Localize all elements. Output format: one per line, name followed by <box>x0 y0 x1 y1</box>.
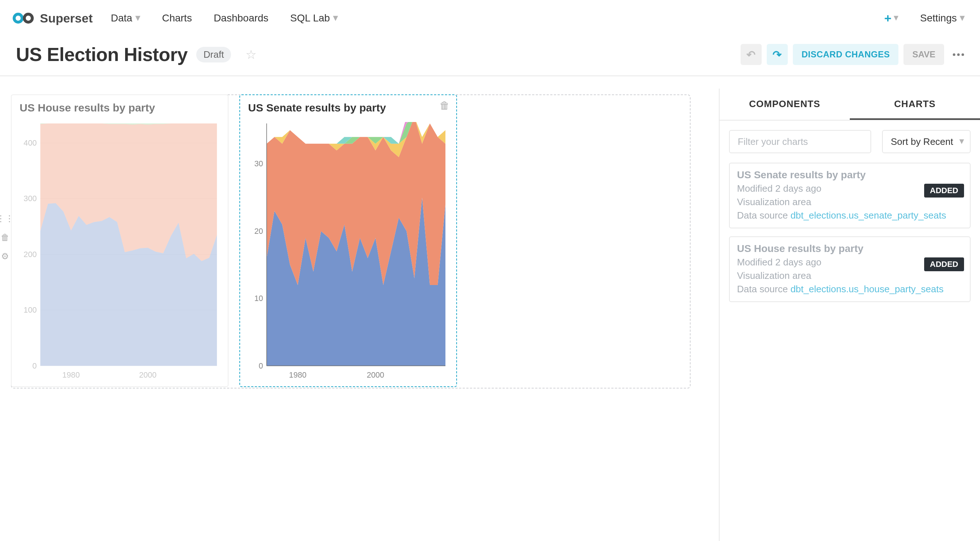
svg-text:200: 200 <box>24 249 37 259</box>
chart-title: US Senate results by party <box>248 102 386 114</box>
nav-sqllab-label: SQL Lab <box>290 12 330 24</box>
chevron-down-icon: ▾ <box>960 12 965 24</box>
svg-text:30: 30 <box>254 159 263 168</box>
gear-icon[interactable]: ⚙ <box>0 251 10 262</box>
builder-panel: COMPONENTS CHARTS Sort by Recent ▾ US Se… <box>719 89 980 541</box>
nav-sqllab[interactable]: SQL Lab ▾ <box>290 12 338 24</box>
svg-text:2000: 2000 <box>139 370 156 380</box>
draft-badge: Draft <box>196 47 231 62</box>
svg-text:2000: 2000 <box>367 370 384 380</box>
chart-list-item[interactable]: US Senate results by party Modified 2 da… <box>729 163 970 228</box>
datasource-link[interactable]: dbt_elections.us_senate_party_seats <box>790 210 946 221</box>
brand[interactable]: Superset <box>12 11 93 26</box>
svg-point-3 <box>16 16 21 21</box>
ds-label: Data source <box>737 210 790 221</box>
svg-text:400: 400 <box>24 138 37 147</box>
nav-charts-label: Charts <box>162 12 192 24</box>
page-title[interactable]: US Election History <box>16 43 188 65</box>
edge-toolbar: ⋮⋮ 🗑 ⚙ <box>0 214 10 262</box>
nav-settings-label: Settings <box>920 12 957 24</box>
nav-right: + ▾ Settings ▾ <box>884 11 965 26</box>
superset-logo-icon <box>12 11 35 26</box>
chevron-down-icon: ▾ <box>333 12 338 24</box>
top-navbar: Superset Data ▾ Charts Dashboards SQL La… <box>0 0 980 36</box>
datasource-link[interactable]: dbt_elections.us_house_party_seats <box>790 284 943 294</box>
nav-charts[interactable]: Charts <box>162 12 192 24</box>
sort-label: Sort by Recent <box>891 136 953 147</box>
header-actions: ↶ ↷ DISCARD CHANGES SAVE <box>741 44 964 65</box>
chart-list: US Senate results by party Modified 2 da… <box>719 163 980 302</box>
nav-dashboards[interactable]: Dashboards <box>214 12 268 24</box>
svg-text:300: 300 <box>24 194 37 203</box>
chart-card-house[interactable]: US House results by party 01002003004001… <box>11 94 229 387</box>
chart-item-title: US House results by party <box>737 243 963 255</box>
dashboard-canvas[interactable]: ⋮⋮ 🗑 ⚙ US House results by party 0100200… <box>0 89 719 541</box>
nav-dashboards-label: Dashboards <box>214 12 268 24</box>
panel-tabs: COMPONENTS CHARTS <box>719 89 980 121</box>
svg-text:1980: 1980 <box>62 370 80 380</box>
trash-icon[interactable]: 🗑 <box>439 99 450 112</box>
nav-menu: Data ▾ Charts Dashboards SQL Lab ▾ <box>111 12 338 24</box>
chart-item-datasource: Data source dbt_elections.us_senate_part… <box>737 210 963 221</box>
new-menu[interactable]: + ▾ <box>884 11 898 26</box>
panel-filter-row: Sort by Recent ▾ <box>719 121 980 163</box>
svg-text:1980: 1980 <box>289 370 307 380</box>
nav-settings[interactable]: Settings ▾ <box>920 12 965 24</box>
plus-icon: + <box>884 11 891 26</box>
tab-charts[interactable]: CHARTS <box>850 98 980 120</box>
discard-changes-button[interactable]: DISCARD CHANGES <box>793 44 899 65</box>
added-badge: ADDED <box>924 257 964 271</box>
svg-text:100: 100 <box>24 305 37 314</box>
chevron-down-icon: ▾ <box>894 12 898 23</box>
main: ⋮⋮ 🗑 ⚙ US House results by party 0100200… <box>0 89 980 541</box>
chart-item-datasource: Data source dbt_elections.us_house_party… <box>737 284 963 295</box>
sort-select[interactable]: Sort by Recent ▾ <box>882 130 970 153</box>
chart-body: 010203019802000 <box>248 122 448 380</box>
ds-label: Data source <box>737 284 790 294</box>
trash-icon[interactable]: 🗑 <box>0 232 10 243</box>
save-button[interactable]: SAVE <box>904 44 944 65</box>
svg-text:0: 0 <box>259 361 263 370</box>
header-separator <box>0 75 980 76</box>
undo-button[interactable]: ↶ <box>741 44 762 65</box>
tab-components[interactable]: COMPONENTS <box>719 98 850 120</box>
chart-filter-input[interactable] <box>729 130 871 153</box>
added-badge: ADDED <box>924 184 964 198</box>
redo-button[interactable]: ↷ <box>767 44 788 65</box>
svg-text:10: 10 <box>254 294 263 303</box>
chart-card-senate[interactable]: US Senate results by party 🗑 01020301980… <box>239 94 457 387</box>
drag-handle-icon[interactable]: ⋮⋮ <box>0 214 10 223</box>
chevron-down-icon: ▾ <box>959 136 964 147</box>
brand-name: Superset <box>40 11 93 26</box>
chevron-down-icon: ▾ <box>135 12 140 24</box>
undo-icon: ↶ <box>746 48 756 61</box>
nav-data[interactable]: Data ▾ <box>111 12 140 24</box>
chart-item-title: US Senate results by party <box>737 169 963 181</box>
redo-icon: ↷ <box>773 48 782 61</box>
svg-text:0: 0 <box>32 361 37 370</box>
svg-point-4 <box>26 16 31 21</box>
chart-title: US House results by party <box>19 102 155 114</box>
more-menu-icon[interactable] <box>953 53 964 56</box>
chart-body: 010020030040019802000 <box>19 122 220 380</box>
dashboard-header: US Election History Draft ☆ ↶ ↷ DISCARD … <box>0 36 980 75</box>
chart-item-viz: Visualization area <box>737 270 963 281</box>
chart-list-item[interactable]: US House results by party Modified 2 day… <box>729 236 970 302</box>
favorite-star-icon[interactable]: ☆ <box>245 47 256 62</box>
nav-data-label: Data <box>111 12 132 24</box>
svg-text:20: 20 <box>254 226 263 235</box>
chart-item-viz: Visualization area <box>737 196 963 208</box>
